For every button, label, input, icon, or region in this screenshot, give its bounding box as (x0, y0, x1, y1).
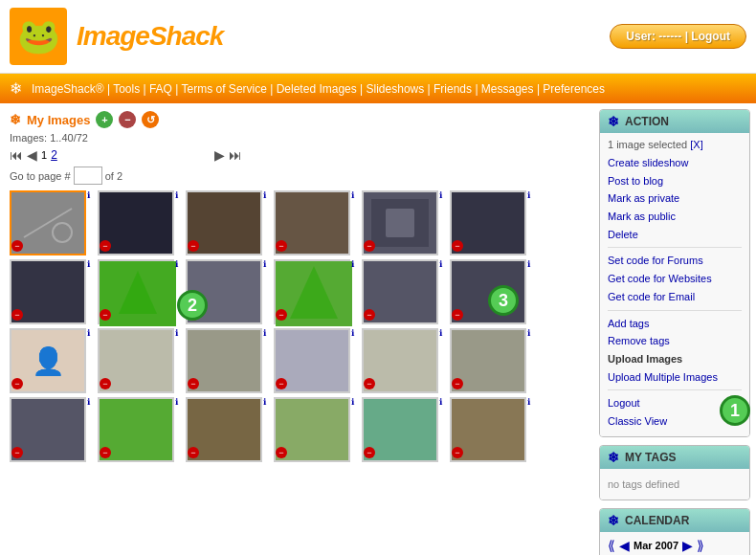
image-info-icon[interactable]: ℹ (439, 190, 442, 200)
image-info-icon[interactable]: ℹ (87, 397, 90, 407)
image-delete-icon[interactable]: − (364, 309, 375, 321)
cal-prev-prev-btn[interactable]: ⟪ (608, 538, 615, 553)
image-info-icon[interactable]: ℹ (527, 259, 530, 269)
table-row: ℹ − (274, 397, 358, 462)
code-forums-link[interactable]: Set code for Forums (608, 252, 742, 270)
image-delete-icon[interactable]: − (100, 447, 111, 458)
first-page-btn[interactable]: ⏮ (10, 147, 23, 163)
image-delete-icon[interactable]: − (100, 309, 111, 321)
nav-preferences[interactable]: Preferences (543, 82, 605, 96)
image-delete-icon[interactable]: − (11, 447, 23, 458)
image-info-icon[interactable]: ℹ (439, 259, 442, 269)
nav-tools[interactable]: Tools (113, 82, 140, 96)
image-info-icon[interactable]: ℹ (439, 328, 442, 338)
table-row: ℹ − (186, 397, 270, 462)
table-row: ℹ − (362, 397, 446, 462)
image-info-icon[interactable]: ℹ (351, 397, 354, 407)
image-delete-icon[interactable]: − (188, 447, 199, 458)
image-delete-icon[interactable]: − (276, 378, 287, 389)
image-delete-icon[interactable]: − (276, 447, 287, 458)
pagination: ⏮ ◀ 1 2 ▶ ⏭ (10, 147, 584, 163)
mark-public-link[interactable]: Mark as public (608, 208, 742, 226)
image-info-icon[interactable]: ℹ (263, 328, 266, 338)
page-2-link[interactable]: 2 (51, 148, 57, 162)
image-delete-icon[interactable]: − (188, 240, 199, 252)
nav-imageshack[interactable]: ImageShack® (32, 82, 104, 96)
image-info-icon[interactable]: ℹ (263, 397, 266, 407)
image-info-icon[interactable]: ℹ (263, 190, 266, 200)
post-to-blog-link[interactable]: Post to blog (608, 172, 742, 190)
action-x-button[interactable]: [X] (690, 139, 702, 150)
cal-prev-btn[interactable]: ◀ (619, 538, 630, 553)
image-info-icon[interactable]: ℹ (175, 397, 178, 407)
image-delete-icon[interactable]: − (276, 309, 287, 321)
nav-tos[interactable]: Terms of Service (182, 82, 267, 96)
image-delete-icon[interactable]: − (11, 309, 23, 321)
delete-link[interactable]: Delete (608, 226, 742, 244)
image-info-icon[interactable]: ℹ (87, 259, 90, 269)
image-delete-icon[interactable]: − (364, 240, 375, 252)
prev-page-btn[interactable]: ◀ (27, 147, 37, 163)
table-row: ℹ − (186, 190, 270, 255)
image-delete-icon[interactable]: − (364, 378, 375, 389)
annotation-3: 3 (488, 285, 519, 316)
my-tags-header: ❄ MY TAGS (600, 446, 749, 469)
image-delete-icon[interactable]: − (452, 378, 463, 389)
image-info-icon[interactable]: ℹ (527, 397, 530, 407)
image-info-icon[interactable]: ℹ (87, 190, 90, 200)
image-info-icon[interactable]: ℹ (175, 259, 178, 269)
table-row: ℹ − (274, 190, 358, 255)
image-delete-icon[interactable]: − (188, 378, 199, 389)
add-tags-link[interactable]: Add tags (608, 315, 742, 333)
image-info-icon[interactable]: ℹ (263, 259, 266, 269)
upload-multiple-link[interactable]: Upload Multiple Images (608, 368, 742, 387)
nav-faq[interactable]: FAQ (149, 82, 172, 96)
image-info-icon[interactable]: ℹ (351, 259, 354, 269)
action-divider-2 (608, 310, 742, 311)
calendar-header: ❄ CALENDAR (600, 509, 749, 532)
user-button[interactable]: User: ------ | Logout (610, 24, 746, 49)
header-right: User: ------ | Logout (610, 24, 746, 49)
image-delete-icon[interactable]: − (452, 309, 463, 321)
image-info-icon[interactable]: ℹ (175, 328, 178, 338)
image-info-icon[interactable]: ℹ (351, 328, 354, 338)
image-delete-icon[interactable]: − (276, 240, 287, 252)
sidebar: ❄ ACTION 1 image selected [X] Create sli… (593, 103, 756, 555)
add-icon[interactable]: + (96, 111, 113, 128)
remove-tags-link[interactable]: Remove tags (608, 332, 742, 350)
code-email-link[interactable]: Get code for Email (608, 288, 742, 306)
cal-month: Mar 2007 (634, 540, 678, 551)
image-info-icon[interactable]: ℹ (87, 328, 90, 338)
nav-deleted[interactable]: Deleted Images (277, 82, 357, 96)
refresh-icon[interactable]: ↺ (142, 111, 159, 128)
nav-messages[interactable]: Messages (481, 82, 534, 96)
mark-private-link[interactable]: Mark as private (608, 189, 742, 208)
last-page-btn[interactable]: ⏭ (229, 147, 242, 163)
image-delete-icon[interactable]: − (452, 240, 463, 252)
image-info-icon[interactable]: ℹ (351, 190, 354, 200)
image-delete-icon[interactable]: − (11, 240, 23, 252)
image-info-icon[interactable]: ℹ (527, 190, 530, 200)
image-info-icon[interactable]: ℹ (439, 397, 442, 407)
table-row: ℹ − (98, 259, 182, 324)
page-input[interactable] (74, 166, 102, 185)
nav-friends[interactable]: Friends (434, 82, 472, 96)
image-delete-icon[interactable]: − (11, 378, 23, 389)
cal-next-btn[interactable]: ▶ (682, 538, 693, 553)
app-title: ImageShack (77, 21, 223, 52)
create-slideshow-link[interactable]: Create slideshow (608, 154, 742, 172)
upload-images-link[interactable]: Upload Images (608, 350, 742, 368)
nav-slideshows[interactable]: Slideshows (367, 82, 425, 96)
table-row: ℹ − (186, 328, 270, 393)
image-info-icon[interactable]: ℹ (175, 190, 178, 200)
image-delete-icon[interactable]: − (364, 447, 375, 458)
minus-icon[interactable]: − (119, 111, 136, 128)
cal-next-next-btn[interactable]: ⟫ (697, 538, 704, 553)
image-info-icon[interactable]: ℹ (527, 328, 530, 338)
table-row: ℹ − (450, 328, 534, 393)
code-websites-link[interactable]: Get code for Websites (608, 270, 742, 288)
image-delete-icon[interactable]: − (100, 378, 111, 389)
next-page-btn[interactable]: ▶ (214, 147, 225, 163)
image-delete-icon[interactable]: − (100, 240, 111, 252)
image-delete-icon[interactable]: − (452, 447, 463, 458)
